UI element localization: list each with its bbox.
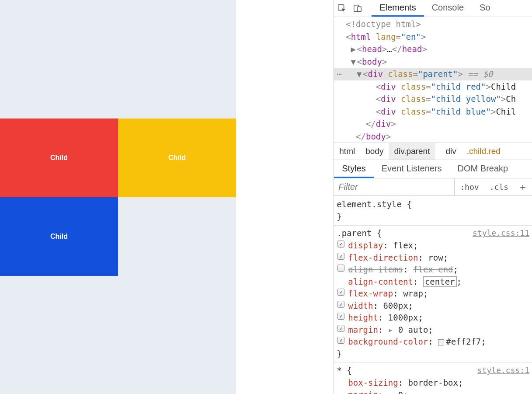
breadcrumb: html body div.parent div.child.red (334, 143, 532, 160)
subtab-event-listeners[interactable]: Event Listeners (374, 160, 450, 178)
dom-child-yellow[interactable]: <div class="child yellow">Ch (334, 93, 532, 105)
dom-div-close[interactable]: </div> (334, 118, 532, 130)
breadcrumb-parent[interactable]: div.parent (389, 143, 435, 160)
decl-display[interactable]: ✓display: flex; (337, 240, 529, 252)
value-editor[interactable]: center (423, 276, 457, 287)
dom-child-blue[interactable]: <div class="child blue">Chil (334, 105, 532, 118)
child-box-blue[interactable]: Child (0, 197, 118, 276)
devtools-top-bar: Elements Console So (334, 0, 532, 17)
decl-background-color[interactable]: ✓background-color: #eff2f7; (337, 336, 529, 348)
dom-body-close[interactable]: </body> (334, 130, 532, 143)
dom-body-open[interactable]: ▼<body> (334, 56, 532, 68)
decl-flex-wrap[interactable]: ✓flex-wrap: wrap; (337, 288, 529, 300)
selector-universal[interactable]: * { (337, 365, 351, 377)
rule-element-style[interactable]: element.style { } (337, 198, 529, 223)
selector-parent[interactable]: .parent { (337, 227, 382, 240)
dom-doctype[interactable]: <!doctype html> (334, 18, 532, 31)
rule-close-brace: } (337, 348, 529, 360)
checkbox-icon[interactable]: ✓ (337, 253, 344, 260)
svg-rect-2 (358, 7, 361, 12)
inspect-element-icon[interactable] (334, 0, 350, 17)
checkbox-icon[interactable]: ✓ (337, 241, 344, 248)
decl-margin-universal[interactable]: margin: ▸ 0; (337, 389, 529, 394)
tab-sources[interactable]: So (472, 0, 498, 17)
rendered-page: Child Child Child (0, 0, 334, 394)
checkbox-icon[interactable]: ✓ (337, 301, 344, 308)
dom-parent-div[interactable]: ⋯ ▼<div class="parent"> == $0 (334, 68, 532, 80)
styles-filter-bar: :hov .cls ＋ (334, 178, 532, 196)
decl-align-items[interactable]: ✓align-items: flex-end; (337, 264, 529, 276)
styles-filter-input[interactable] (334, 178, 455, 195)
styles-pane[interactable]: element.style { } .parent { style.css:11… (334, 196, 532, 394)
child-box-yellow[interactable]: Child (118, 119, 236, 197)
parent-container[interactable]: Child Child Child (0, 0, 236, 394)
subtab-dom-breakpoints[interactable]: DOM Breakp (450, 160, 516, 178)
decl-flex-direction[interactable]: ✓flex-direction: row; (337, 252, 529, 264)
breadcrumb-child[interactable]: div.child.red (435, 143, 511, 160)
source-link-parent[interactable]: style.css:11 (473, 227, 529, 240)
checkbox-icon[interactable]: ✓ (337, 337, 344, 344)
element-style-open: element.style { (337, 199, 529, 211)
checkbox-icon[interactable]: ✓ (337, 313, 344, 320)
color-swatch-icon[interactable] (438, 339, 444, 345)
tab-elements[interactable]: Elements (372, 0, 424, 17)
decl-margin[interactable]: ✓margin: ▸ 0 auto; (337, 324, 529, 336)
decl-box-sizing[interactable]: box-sizing: border-box; (337, 377, 529, 389)
hov-toggle[interactable]: :hov (455, 182, 484, 192)
device-toolbar-icon[interactable] (350, 0, 365, 17)
decl-align-content[interactable]: align-content: center; (337, 276, 529, 288)
child-box-red[interactable]: Child (0, 119, 118, 197)
rule-parent[interactable]: .parent { style.css:11 ✓display: flex; ✓… (337, 227, 529, 361)
checkbox-icon[interactable]: ✓ (337, 265, 344, 272)
dom-html-open[interactable]: <html lang="en"> (334, 31, 532, 43)
dom-head[interactable]: ▶<head>…</head> (334, 43, 532, 56)
devtools-panel: Elements Console So <!doctype html> <htm… (334, 0, 532, 394)
new-style-rule-icon[interactable]: ＋ (514, 181, 532, 194)
dom-child-red[interactable]: <div class="child red">Child (334, 80, 532, 93)
decl-height[interactable]: ✓height: 1000px; (337, 312, 529, 324)
element-style-close: } (337, 211, 529, 223)
styles-subtabs: Styles Event Listeners DOM Breakp (334, 160, 532, 178)
breadcrumb-html[interactable]: html (334, 143, 360, 160)
tab-console[interactable]: Console (424, 0, 472, 17)
checkbox-icon[interactable]: ✓ (337, 325, 344, 332)
decl-width[interactable]: ✓width: 600px; (337, 300, 529, 312)
subtab-styles[interactable]: Styles (334, 160, 373, 178)
breadcrumb-body[interactable]: body (360, 143, 389, 160)
source-link-universal[interactable]: style.css:1 (477, 365, 529, 377)
rule-universal[interactable]: * { style.css:1 box-sizing: border-box; … (337, 364, 529, 394)
cls-toggle[interactable]: .cls (484, 182, 514, 192)
checkbox-icon[interactable]: ✓ (337, 289, 344, 296)
dom-tree[interactable]: <!doctype html> <html lang="en"> ▶<head>… (334, 17, 532, 143)
